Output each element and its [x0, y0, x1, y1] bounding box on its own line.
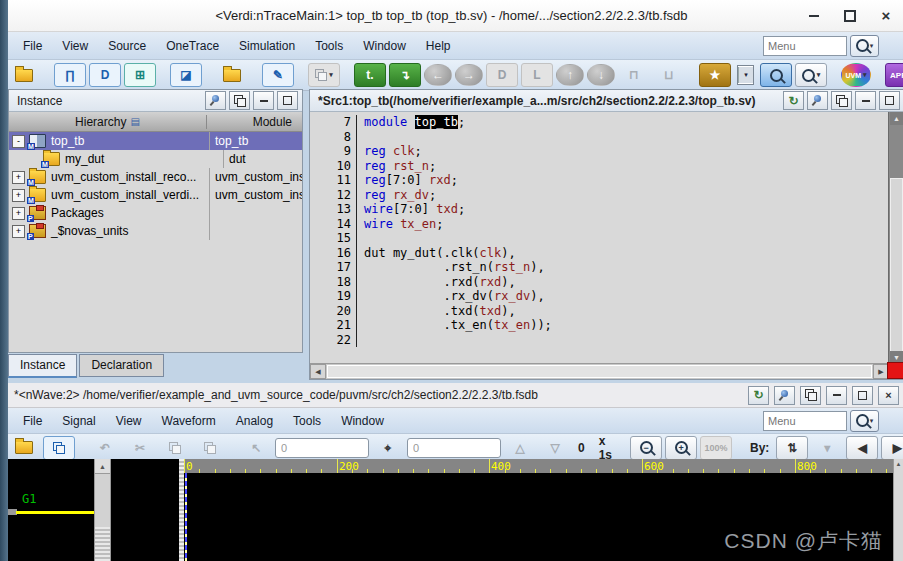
- prev-edge-icon[interactable]: ◀: [846, 436, 878, 460]
- minimize-panel-icon[interactable]: [253, 91, 274, 110]
- trace-driver-icon[interactable]: D: [486, 63, 518, 87]
- menu-window[interactable]: Window: [356, 36, 413, 56]
- trace-down-hier-icon[interactable]: ⊔: [653, 63, 685, 87]
- signal-name-panel[interactable]: G1: [8, 459, 94, 561]
- pin-icon[interactable]: [774, 386, 795, 405]
- search-forward-icon[interactable]: [760, 63, 792, 87]
- close-icon[interactable]: ×: [879, 9, 893, 23]
- minimize-icon[interactable]: [826, 386, 847, 405]
- waveform-canvas[interactable]: 0200400600800 CSDN @卢卡猫: [184, 459, 893, 561]
- source-horizontal-scrollbar[interactable]: ◀ ▶: [310, 363, 889, 379]
- verdi-apps-icon[interactable]: APPS: [885, 63, 903, 87]
- minimize-panel-icon[interactable]: [855, 91, 876, 110]
- search-value-input[interactable]: [407, 438, 501, 458]
- restore-window-icon[interactable]: [800, 386, 821, 405]
- close-icon[interactable]: ×: [878, 386, 899, 405]
- nstate-icon[interactable]: ◪: [170, 63, 202, 87]
- pin-icon[interactable]: [205, 91, 226, 110]
- menu-waveform[interactable]: Waveform: [155, 411, 223, 431]
- maximize-icon[interactable]: [843, 9, 857, 23]
- expand-icon[interactable]: +: [12, 207, 25, 220]
- edge-type-icon[interactable]: ⇅: [776, 436, 808, 460]
- menu-tools[interactable]: Tools: [286, 411, 328, 431]
- find-string-combobox[interactable]: ▾: [737, 65, 754, 85]
- select-pointer-icon[interactable]: ↖: [240, 436, 272, 460]
- scrollbar-thumb[interactable]: [95, 527, 110, 561]
- next-edge-icon[interactable]: ▶: [881, 436, 903, 460]
- bookmark-icon[interactable]: ★: [699, 63, 731, 87]
- maximize-panel-icon[interactable]: [879, 91, 900, 110]
- menu-search-input[interactable]: [763, 36, 847, 56]
- restore-panel-icon[interactable]: [229, 91, 250, 110]
- new-schematic-icon[interactable]: D: [89, 63, 121, 87]
- signal-group-label[interactable]: G1: [22, 492, 36, 506]
- verdi-titlebar[interactable]: <Verdi:nTraceMain:1> top_tb top_tb (top_…: [0, 0, 903, 32]
- menu-view[interactable]: View: [109, 411, 149, 431]
- source-code[interactable]: 7module top_tb;89reg clk;10reg rst_n;11r…: [311, 112, 888, 364]
- menu-analog[interactable]: Analog: [229, 411, 280, 431]
- source-panel-header[interactable]: *Src1:top_tb(/home/verifier/example_a...…: [310, 90, 903, 112]
- scrollbar-thumb[interactable]: [890, 178, 903, 356]
- menu-source[interactable]: Source: [101, 36, 153, 56]
- scroll-up-icon[interactable]: ▲: [95, 459, 110, 474]
- expand-icon[interactable]: +: [12, 225, 25, 238]
- trace-load-icon[interactable]: L: [521, 63, 553, 87]
- edge-dropdown-icon[interactable]: ▾: [811, 436, 843, 460]
- signal-vertical-scrollbar[interactable]: ▲: [94, 459, 111, 561]
- annotate-icon[interactable]: ✎: [262, 63, 294, 87]
- trace-this-icon[interactable]: t.: [354, 63, 386, 87]
- menu-signal[interactable]: Signal: [55, 411, 102, 431]
- search-up-icon[interactable]: △: [504, 436, 536, 460]
- zoom-out-icon[interactable]: −: [630, 436, 662, 460]
- up-scope-icon[interactable]: ↑: [556, 64, 584, 86]
- hierarchy-view-icon[interactable]: ⊞: [124, 63, 156, 87]
- menu-window[interactable]: Window: [334, 411, 391, 431]
- scroll-up-icon[interactable]: ▲: [894, 459, 903, 469]
- undo-icon[interactable]: ↶: [89, 436, 121, 460]
- signal-value-panel[interactable]: [111, 459, 179, 561]
- copy-icon[interactable]: ▾: [308, 63, 340, 87]
- menu-onetrace[interactable]: OneTrace: [159, 36, 226, 56]
- tree-row[interactable]: -top_tbtop_tb: [9, 132, 302, 150]
- tree-row[interactable]: +uvm_custom_install_verdi...uvm_custom_i…: [9, 186, 302, 204]
- tab-instance[interactable]: Instance: [8, 354, 77, 378]
- menu-file[interactable]: File: [16, 411, 49, 431]
- zoom-full-icon[interactable]: 100%: [700, 436, 732, 460]
- tree-row[interactable]: my_dutdut: [9, 150, 302, 168]
- expand-icon[interactable]: +: [12, 171, 25, 184]
- restore-signal-icon[interactable]: [43, 436, 75, 460]
- search-down-icon[interactable]: ▽: [539, 436, 571, 460]
- paste-icon[interactable]: [194, 436, 226, 460]
- trace-jump-icon[interactable]: ↴: [389, 63, 421, 87]
- new-waveform-icon[interactable]: ∏: [54, 63, 86, 87]
- open-source-icon[interactable]: [216, 63, 248, 87]
- hierarchy-column-header[interactable]: Hierarchy▤: [9, 115, 207, 129]
- expand-icon[interactable]: +: [12, 189, 25, 202]
- menu-file[interactable]: File: [16, 36, 49, 56]
- source-vertical-scrollbar[interactable]: ▲ ▼: [888, 112, 903, 364]
- tree-row[interactable]: +Packages: [9, 204, 302, 222]
- tab-declaration[interactable]: Declaration: [79, 354, 164, 377]
- forward-icon[interactable]: →: [455, 64, 483, 86]
- menu-search-button[interactable]: ▾: [850, 35, 879, 57]
- open-file-icon[interactable]: [8, 436, 40, 460]
- nwave-titlebar[interactable]: *<nWave:2> /home/verifier/example_and_uv…: [0, 383, 903, 408]
- collapse-icon[interactable]: -: [12, 135, 25, 148]
- copy-icon[interactable]: [159, 436, 191, 460]
- menu-search-input[interactable]: [763, 411, 847, 431]
- combo-dropdown-icon[interactable]: ▾: [738, 67, 753, 83]
- down-scope-icon[interactable]: ↓: [587, 64, 615, 86]
- instance-panel-header[interactable]: Instance: [9, 90, 302, 112]
- menu-tools[interactable]: Tools: [308, 36, 350, 56]
- uvm-aware-icon[interactable]: UVM▾: [841, 63, 871, 87]
- cut-icon[interactable]: ✂: [124, 436, 156, 460]
- maximize-panel-icon[interactable]: [277, 91, 298, 110]
- menu-help[interactable]: Help: [419, 36, 458, 56]
- menu-view[interactable]: View: [55, 36, 95, 56]
- reload-wave-icon[interactable]: ↻: [748, 386, 769, 405]
- menu-simulation[interactable]: Simulation: [232, 36, 302, 56]
- maximize-icon[interactable]: [852, 386, 873, 405]
- wave-right-scrollbar[interactable]: ▲: [893, 459, 903, 561]
- tree-row[interactable]: +uvm_custom_install_reco...uvm_custom_in…: [9, 168, 302, 186]
- module-column-header[interactable]: Module: [207, 115, 302, 129]
